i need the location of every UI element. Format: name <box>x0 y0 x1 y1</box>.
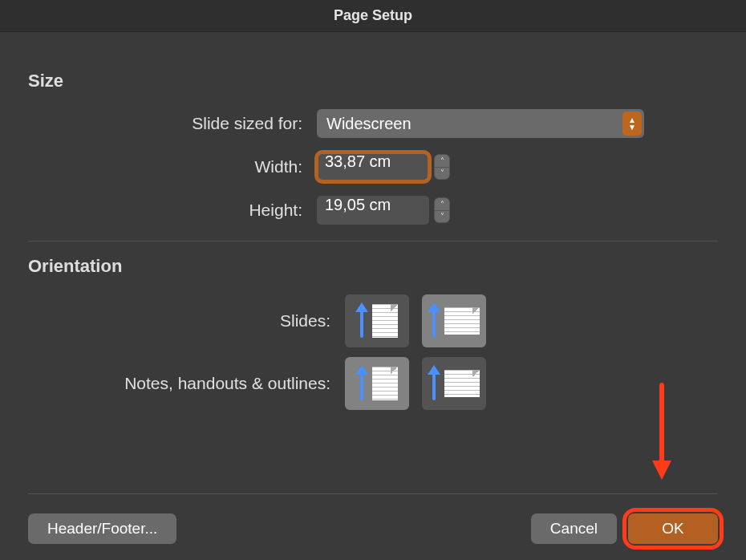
slides-orientation-label: Slides: <box>28 311 345 331</box>
notes-portrait-button[interactable] <box>345 357 409 410</box>
divider <box>28 241 718 241</box>
up-arrow-icon <box>356 367 367 400</box>
page-landscape-icon <box>444 370 480 397</box>
updown-chevron-icon: ▲ ▼ <box>622 112 642 136</box>
height-input[interactable]: 19,05 cm <box>317 196 429 225</box>
slide-sized-for-select[interactable]: Widescreen ▲ ▼ <box>317 109 644 138</box>
slides-landscape-button[interactable] <box>422 294 486 347</box>
width-label: Width: <box>28 157 317 177</box>
page-portrait-icon <box>372 367 398 400</box>
ok-button[interactable]: OK <box>628 513 718 544</box>
cancel-button[interactable]: Cancel <box>531 513 617 544</box>
notes-landscape-button[interactable] <box>422 357 486 410</box>
ok-button-label: OK <box>662 520 683 538</box>
height-stepper[interactable]: ˄ ˅ <box>434 197 450 223</box>
page-portrait-icon <box>372 304 398 338</box>
width-input[interactable]: 33,87 cm <box>317 152 429 181</box>
chevron-up-icon[interactable]: ˄ <box>434 154 450 167</box>
slide-sized-for-value: Widescreen <box>326 115 412 133</box>
slide-sized-for-label: Slide sized for: <box>28 114 317 133</box>
height-label: Height: <box>28 201 317 220</box>
chevron-down-icon[interactable]: ˅ <box>434 167 450 181</box>
window-title: Page Setup <box>0 0 746 32</box>
slides-portrait-button[interactable] <box>345 294 409 347</box>
notes-orientation-label: Notes, handouts & outlines: <box>28 374 345 393</box>
divider <box>28 493 718 494</box>
width-stepper[interactable]: ˄ ˅ <box>434 154 450 180</box>
orientation-section-title: Orientation <box>28 256 718 277</box>
page-landscape-icon <box>444 307 480 335</box>
chevron-up-icon[interactable]: ˄ <box>434 197 450 210</box>
chevron-down-icon[interactable]: ˅ <box>434 210 450 224</box>
svg-marker-1 <box>652 461 671 480</box>
up-arrow-icon <box>356 304 367 338</box>
up-arrow-icon <box>428 304 440 338</box>
size-section-title: Size <box>28 71 718 91</box>
header-footer-button[interactable]: Header/Footer... <box>28 513 176 544</box>
up-arrow-icon <box>428 367 440 400</box>
